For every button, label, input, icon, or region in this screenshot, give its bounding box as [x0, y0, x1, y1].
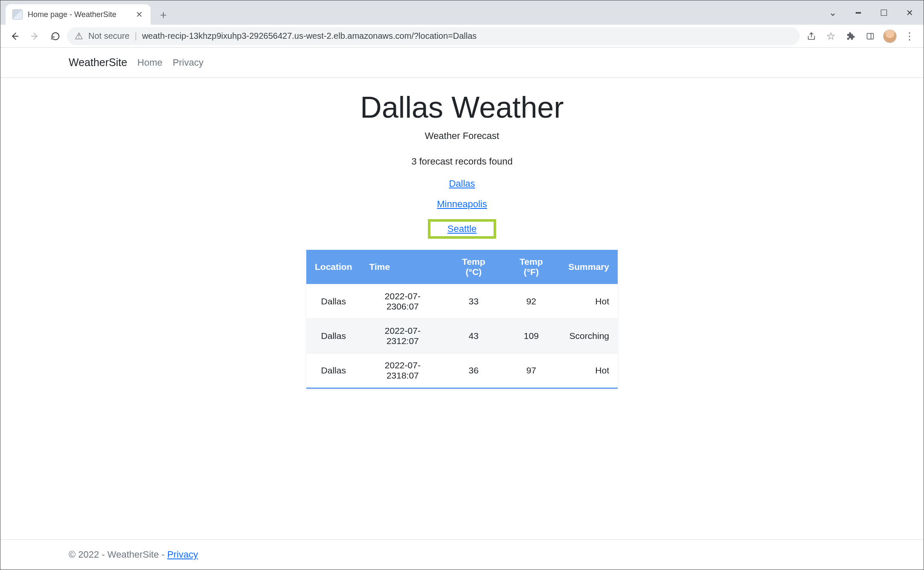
not-secure-label: Not secure [88, 31, 130, 41]
browser-toolbar: ⚠ Not secure | weath-recip-13khzp9ixuhp3… [0, 25, 924, 48]
window-minimize-icon[interactable]: ━ [848, 4, 869, 21]
back-button[interactable] [6, 27, 23, 45]
chrome-menu-icon[interactable]: ⋮ [901, 27, 918, 45]
table-row: Dallas 2022-07-2312:07 43 109 Scorching [306, 319, 618, 353]
window-close-icon[interactable]: ✕ [899, 4, 920, 21]
page-title: Dallas Weather [0, 90, 924, 124]
footer-privacy-link[interactable]: Privacy [167, 549, 198, 560]
th-summary: Summary [560, 250, 618, 284]
th-temp-f: Temp (°F) [503, 250, 560, 284]
table-row: Dallas 2022-07-2306:07 33 92 Hot [306, 284, 618, 319]
not-secure-warning-icon: ⚠ [75, 31, 83, 42]
browser-tab-strip: Home page - WeatherSite ✕ ＋ ⌄ ━ ☐ ✕ [0, 0, 924, 25]
svg-rect-3 [867, 33, 874, 39]
th-temp-c: Temp (°C) [445, 250, 503, 284]
extensions-puzzle-icon[interactable] [842, 27, 860, 45]
location-link-minneapolis[interactable]: Minneapolis [437, 199, 487, 210]
location-link-dallas[interactable]: Dallas [449, 178, 475, 189]
browser-tab[interactable]: Home page - WeatherSite ✕ [6, 4, 151, 25]
url-text: weath-recip-13khzp9ixuhp3-292656427.us-w… [142, 31, 477, 41]
th-time: Time [361, 250, 445, 284]
site-navbar: WeatherSite Home Privacy [0, 48, 924, 78]
share-icon[interactable] [802, 27, 820, 45]
new-tab-button[interactable]: ＋ [155, 6, 172, 23]
brand[interactable]: WeatherSite [69, 56, 127, 69]
th-location: Location [306, 250, 361, 284]
side-panel-icon[interactable] [861, 27, 879, 45]
nav-home[interactable]: Home [137, 57, 163, 68]
address-bar[interactable]: ⚠ Not secure | weath-recip-13khzp9ixuhp3… [67, 27, 800, 45]
location-links: Dallas Minneapolis Seattle [0, 178, 924, 239]
bookmark-star-icon[interactable]: ☆ [822, 27, 840, 45]
table-row: Dallas 2022-07-2318:07 36 97 Hot [306, 353, 618, 388]
location-link-seattle-highlight: Seattle [428, 219, 497, 239]
tab-favicon-icon [12, 9, 23, 20]
records-found: 3 forecast records found [0, 156, 924, 167]
table-header-row: Location Time Temp (°C) Temp (°F) Summar… [306, 250, 618, 284]
forecast-table: Location Time Temp (°C) Temp (°F) Summar… [306, 250, 618, 389]
page-subtitle: Weather Forecast [0, 130, 924, 142]
tab-close-icon[interactable]: ✕ [134, 10, 144, 19]
footer-text: © 2022 - WeatherSite - [69, 549, 167, 560]
window-maximize-icon[interactable]: ☐ [873, 4, 895, 21]
main-content: Dallas Weather Weather Forecast 3 foreca… [0, 78, 924, 539]
tab-search-chevron-icon[interactable]: ⌄ [822, 4, 843, 21]
location-link-seattle[interactable]: Seattle [447, 223, 477, 234]
reload-button[interactable] [46, 27, 64, 45]
forward-button[interactable] [26, 27, 44, 45]
nav-privacy[interactable]: Privacy [173, 57, 203, 68]
tab-title: Home page - WeatherSite [28, 10, 129, 19]
profile-avatar[interactable] [881, 27, 899, 45]
site-footer: © 2022 - WeatherSite - Privacy [0, 539, 924, 570]
window-controls: ⌄ ━ ☐ ✕ [822, 0, 920, 25]
